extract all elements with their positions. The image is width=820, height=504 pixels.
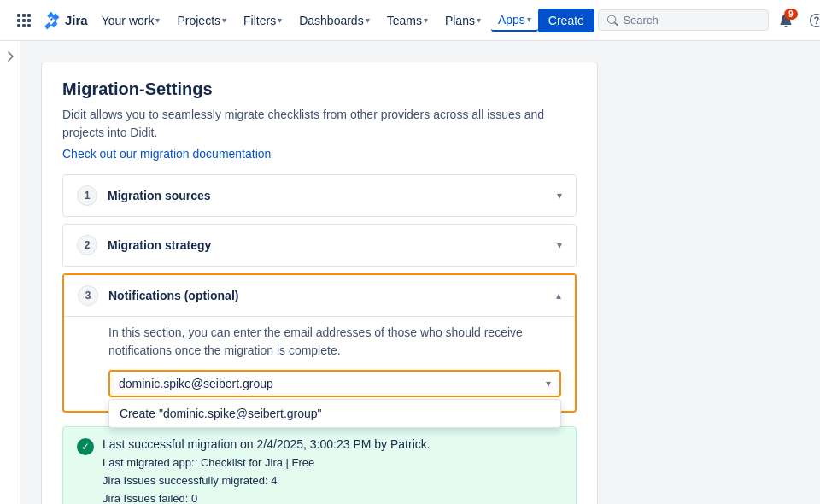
chevron-down-icon: ▾ [155, 15, 160, 25]
success-details: Last migrated app:: Checklist for Jira |… [102, 454, 562, 504]
success-title: Last successful migration on 2/4/2025, 3… [102, 437, 562, 451]
accordion-migration-strategy: 2 Migration strategy ▾ [62, 224, 577, 267]
chevron-up-icon: ▴ [556, 290, 561, 302]
success-box: ✓ Last successful migration on 2/4/2025,… [62, 426, 577, 504]
grid-icon[interactable] [10, 7, 38, 34]
success-detail-line3: Jira Issues failed: 0 [102, 490, 562, 504]
accordion-header-strategy[interactable]: 2 Migration strategy ▾ [63, 225, 576, 266]
chevron-down-icon: ▾ [557, 190, 562, 202]
success-detail-line1: Last migrated app:: Checklist for Jira |… [102, 454, 562, 472]
success-icon: ✓ [77, 438, 94, 455]
section-number-1: 1 [77, 185, 97, 206]
topnav: Jira Your work ▾ Projects ▾ Filters ▾ Da… [0, 0, 820, 41]
email-input-wrapper: ▾ Create "dominic.spike@seibert.group" [108, 370, 561, 397]
help-button[interactable] [803, 7, 820, 34]
svg-rect-5 [27, 19, 31, 22]
accordion-migration-sources: 1 Migration sources ▾ [62, 174, 577, 217]
svg-rect-4 [22, 19, 26, 22]
chevron-down-icon: ▾ [222, 15, 226, 25]
svg-rect-0 [17, 14, 20, 17]
jira-logo-text: Jira [65, 13, 88, 27]
chevron-down-icon: ▾ [477, 15, 481, 25]
chevron-down-icon: ▾ [546, 378, 551, 390]
chevron-right-icon [6, 51, 15, 62]
section-title-strategy: Migration strategy [108, 238, 557, 252]
search-icon [607, 15, 618, 26]
svg-rect-7 [22, 24, 26, 27]
email-dropdown: Create "dominic.spike@seibert.group" [108, 399, 561, 428]
email-input[interactable] [119, 377, 546, 390]
page-wrapper: Migration-Settings Didit allows you to s… [0, 41, 820, 504]
nav-item-plans[interactable]: Plans ▾ [438, 10, 488, 31]
main-content: Migration-Settings Didit allows you to s… [20, 41, 618, 504]
nav-item-teams[interactable]: Teams ▾ [380, 10, 435, 31]
sidebar-toggle[interactable] [0, 41, 20, 504]
svg-rect-1 [22, 14, 26, 17]
page-description: Didit allows you to seamlessly migrate c… [62, 106, 577, 142]
notifications-description: In this section, you can enter the email… [108, 324, 561, 360]
nav-item-your-work[interactable]: Your work ▾ [95, 10, 167, 31]
doc-link[interactable]: Check out our migration documentation [62, 147, 271, 161]
section-number-2: 2 [77, 235, 97, 255]
svg-rect-6 [17, 24, 20, 27]
svg-rect-3 [17, 19, 20, 22]
chevron-down-icon: ▾ [278, 15, 282, 25]
nav-item-projects[interactable]: Projects ▾ [170, 10, 233, 31]
section-title-notifications: Notifications (optional) [108, 289, 556, 302]
jira-logo[interactable]: Jira [41, 10, 88, 31]
section-title-sources: Migration sources [108, 189, 557, 202]
page-title: Migration-Settings [62, 79, 577, 99]
section-number-3: 3 [78, 285, 98, 306]
accordion-header-notifications[interactable]: 3 Notifications (optional) ▴ [64, 275, 575, 316]
email-dropdown-item[interactable]: Create "dominic.spike@seibert.group" [109, 400, 560, 427]
notifications-button[interactable]: 9 [772, 7, 800, 34]
success-detail-line2: Jira Issues successfully migrated: 4 [102, 472, 562, 490]
nav-item-apps[interactable]: Apps ▾ [491, 9, 538, 32]
accordion-notifications: 3 Notifications (optional) ▴ In this sec… [62, 273, 577, 413]
svg-rect-2 [27, 14, 31, 17]
chevron-down-icon: ▾ [527, 15, 531, 24]
search-input[interactable] [623, 14, 758, 26]
chevron-down-icon: ▾ [366, 15, 370, 25]
notification-badge: 9 [784, 9, 798, 20]
success-content: Last successful migration on 2/4/2025, 3… [102, 437, 562, 504]
nav-item-filters[interactable]: Filters ▾ [237, 10, 289, 31]
search-box[interactable] [598, 9, 769, 31]
topnav-right: Create 9 P [538, 7, 820, 34]
migration-card: Migration-Settings Didit allows you to s… [41, 62, 598, 504]
email-input-container: ▾ [108, 370, 561, 397]
create-button[interactable]: Create [538, 9, 594, 32]
nav-item-dashboards[interactable]: Dashboards ▾ [292, 10, 377, 31]
chevron-down-icon: ▾ [557, 239, 562, 251]
chevron-down-icon: ▾ [424, 15, 428, 25]
accordion-header-sources[interactable]: 1 Migration sources ▾ [63, 175, 576, 216]
svg-rect-8 [27, 24, 31, 27]
topnav-left: Jira Your work ▾ Projects ▾ Filters ▾ Da… [10, 7, 538, 34]
help-icon [810, 14, 820, 27]
accordion-body-notifications: In this section, you can enter the email… [64, 316, 575, 411]
